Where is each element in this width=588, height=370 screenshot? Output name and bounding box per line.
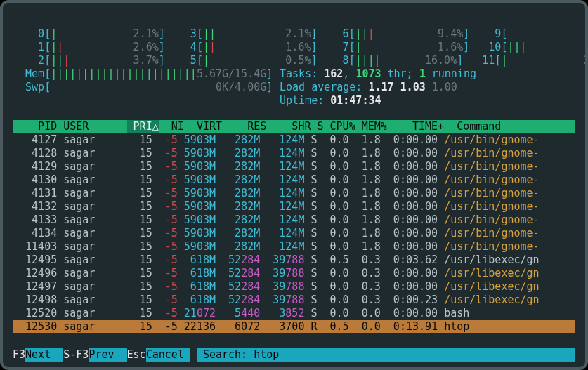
cpu-meter-7: 7[| 1.6%] (318, 41, 470, 54)
key-Esc: Esc (127, 348, 146, 362)
uptime-row: Uptime: 01:47:34 (13, 94, 575, 107)
mem-row: Mem[|||||||||||||||||||||||5.67G/15.4G] … (13, 67, 575, 81)
table-row[interactable]: 4134 sagar 15 -5 5903M 282M 124M S 0.0 1… (13, 227, 575, 240)
sort-asc-icon: △ (152, 120, 159, 133)
col-user[interactable]: USER (63, 120, 126, 133)
key-S-F3: S-F3 (63, 348, 89, 362)
cpu-meter-4: 4[|| 1.6%] (165, 41, 318, 54)
key-F3: F3 (13, 348, 25, 362)
col-shr[interactable]: SHR (273, 120, 317, 133)
key-label[interactable]: Next (25, 348, 63, 362)
footer-bar: F3Next S-F3Prev EscCancel Search: htop (13, 348, 575, 362)
cpu-meter-5: 5[| 0.5%] (165, 54, 318, 67)
cpu-meter-2: 2[||| 3.7%] (13, 54, 165, 67)
col-res[interactable]: RES (228, 120, 273, 133)
cpu-meters: 0[| 2.1%] 3[|| 2.1%] 6[||| 9.4%] 9[ 0.0%… (13, 27, 575, 67)
table-row[interactable]: 4132 sagar 15 -5 5903M 282M 124M S 0.0 1… (13, 200, 575, 213)
cpu-meter-11: 11[| 3.1%] (463, 54, 588, 67)
col-pri[interactable]: PRI△ (127, 120, 159, 133)
key-label[interactable]: Prev (89, 348, 126, 362)
table-row[interactable]: 4129 sagar 15 -5 5903M 282M 124M S 0.0 1… (13, 160, 575, 173)
table-row[interactable]: 11403 sagar 15 -5 5903M 282M 124M S 0.0 … (13, 240, 575, 253)
table-row[interactable]: 4133 sagar 15 -5 5903M 282M 124M S 0.0 1… (13, 213, 575, 227)
cpu-meter-8: 8[|||| 16.0%] (318, 54, 464, 67)
cpu-meter-3: 3[|| 2.1%] (165, 27, 318, 41)
key-label[interactable]: Cancel (146, 348, 190, 362)
table-row[interactable]: 12496 sagar 15 -5 618M 52284 39788 S 0.0… (13, 267, 575, 280)
table-row[interactable]: 12498 sagar 15 -5 618M 52284 39788 S 0.0… (13, 293, 575, 307)
swp-row: Swp[ 0K/4.00G] Load average: 1.17 1.03 1… (13, 81, 575, 94)
col-mem[interactable]: MEM% (362, 120, 393, 133)
table-row[interactable]: 4131 sagar 15 -5 5903M 282M 124M S 0.0 1… (13, 187, 575, 200)
table-row[interactable]: 12497 sagar 15 -5 618M 52284 39788 S 0.0… (13, 280, 575, 293)
search-bar[interactable]: Search: htop (197, 348, 575, 362)
htop-window: 0[| 2.1%] 3[|| 2.1%] 6[||| 9.4%] 9[ 0.0%… (0, 0, 588, 370)
process-list[interactable]: 4127 sagar 15 -5 5903M 282M 124M S 0.0 1… (13, 133, 575, 333)
table-row[interactable]: 4127 sagar 15 -5 5903M 282M 124M S 0.0 1… (13, 133, 575, 147)
table-row[interactable]: 12530 sagar 15 -5 22136 6072 3700 R 0.5 … (13, 320, 575, 333)
table-row[interactable]: 12495 sagar 15 -5 618M 52284 39788 S 0.5… (13, 253, 575, 267)
table-row[interactable]: 12520 sagar 15 -5 21072 5440 3852 S 0.0 … (13, 307, 575, 320)
text-cursor (13, 10, 13, 20)
col-cmd[interactable]: Command (457, 120, 575, 133)
col-s[interactable]: S (318, 120, 330, 133)
cpu-meter-10: 10[||| 6.9%] (469, 41, 588, 54)
table-header[interactable]: PID USER PRI△ NI VIRT RES SHR S CPU% MEM… (13, 120, 575, 133)
col-virt[interactable]: VIRT (190, 120, 228, 133)
table-row[interactable]: 4130 sagar 15 -5 5903M 282M 124M S 0.0 1… (13, 173, 575, 187)
col-time[interactable]: TIME+ (393, 120, 457, 133)
col-ni[interactable]: NI (159, 120, 190, 133)
table-row[interactable]: 4128 sagar 15 -5 5903M 282M 124M S 0.0 1… (13, 147, 575, 160)
cpu-meter-0: 0[| 2.1%] (13, 27, 165, 41)
col-cpu[interactable]: CPU% (330, 120, 362, 133)
cpu-meter-9: 9[ 0.0%] (469, 27, 588, 41)
cpu-meter-1: 1[|| 2.6%] (13, 41, 165, 54)
col-pid[interactable]: PID (13, 120, 63, 133)
cpu-meter-6: 6[||| 9.4%] (318, 27, 470, 41)
